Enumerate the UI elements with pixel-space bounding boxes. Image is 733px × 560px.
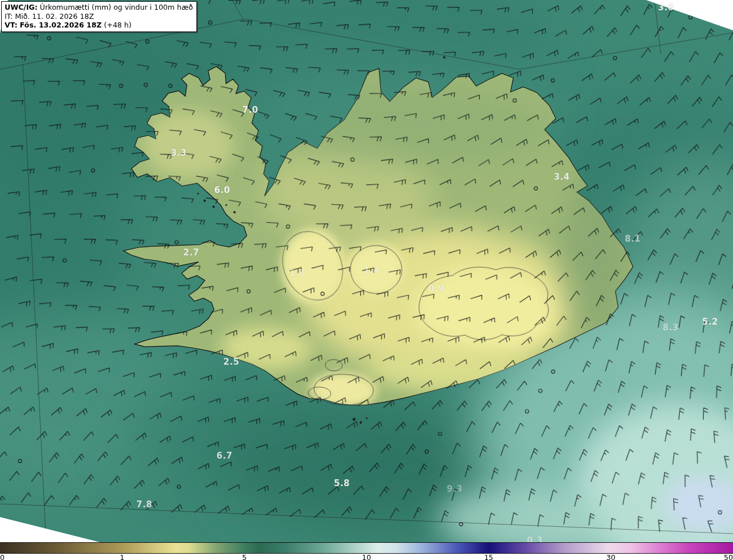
- init-time-label: IT:: [5, 12, 13, 21]
- colorbar: 01510153050: [0, 542, 733, 560]
- colorbar-ticks: 01510153050: [0, 554, 733, 560]
- title-box: UWC/IG: Úrkomumætti (mm) og vindur i 100…: [1, 1, 197, 32]
- wind-barbs-canvas: [0, 0, 733, 560]
- colorbar-tick: 0: [0, 553, 5, 560]
- colorbar-tick: 30: [606, 553, 616, 560]
- colorbar-tick: 10: [362, 553, 371, 560]
- colorbar-tick: 5: [242, 553, 247, 560]
- colorbar-gradient: [0, 542, 733, 554]
- valid-time-value: Fös. 13.02.2026 18Z: [20, 21, 102, 29]
- title-line-2: IT: Mið. 11. 02. 2026 18Z: [5, 12, 193, 21]
- init-time-value: Mið. 11. 02. 2026 18Z: [15, 12, 94, 21]
- forecast-lead: (+48 h): [104, 21, 132, 29]
- colorbar-tick: 50: [724, 553, 733, 560]
- colorbar-tick: 15: [484, 553, 493, 560]
- valid-time-label: VT:: [5, 21, 18, 29]
- weather-map: 3.67.03.36.03.48.12.71.81.40.95.28.32.56…: [0, 0, 733, 560]
- colorbar-tick: 1: [120, 553, 124, 560]
- title-line-1: UWC/IG: Úrkomumætti (mm) og vindur i 100…: [5, 3, 193, 12]
- product-title: Úrkomumætti (mm) og vindur i 100m hæð: [40, 3, 193, 11]
- title-line-3: VT: Fös. 13.02.2026 18Z (+48 h): [5, 21, 193, 30]
- product-id: UWC/IG:: [5, 3, 38, 11]
- map-rotated-layer: [0, 0, 733, 560]
